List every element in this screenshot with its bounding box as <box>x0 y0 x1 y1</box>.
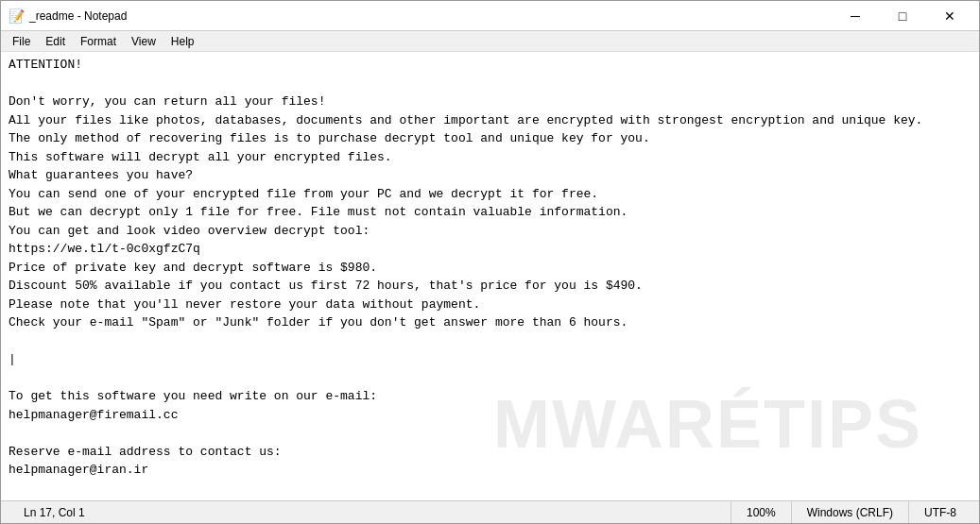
maximize-button[interactable]: □ <box>881 1 924 31</box>
notepad-icon: 📝 <box>9 8 25 24</box>
notepad-window: 📝 _readme - Notepad ─ □ ✕ File Edit Form… <box>0 0 980 524</box>
menu-format[interactable]: Format <box>73 33 124 50</box>
app-icon: 📝 <box>9 8 24 24</box>
text-editor[interactable] <box>1 52 979 500</box>
content-area: MWARÉTIPS <box>1 52 979 500</box>
window-title: _readme - Notepad <box>29 9 834 23</box>
title-bar: 📝 _readme - Notepad ─ □ ✕ <box>1 1 979 31</box>
menu-bar: File Edit Format View Help <box>1 31 979 52</box>
status-encoding: UTF-8 <box>909 501 971 523</box>
menu-help[interactable]: Help <box>163 33 202 50</box>
close-button[interactable]: ✕ <box>928 1 971 31</box>
status-position: Ln 17, Col 1 <box>9 501 731 523</box>
menu-file[interactable]: File <box>5 33 38 50</box>
status-zoom: 100% <box>731 501 792 523</box>
status-bar: Ln 17, Col 1 100% Windows (CRLF) UTF-8 <box>1 500 979 523</box>
minimize-button[interactable]: ─ <box>834 1 877 31</box>
menu-edit[interactable]: Edit <box>38 33 73 50</box>
status-line-ending: Windows (CRLF) <box>792 501 909 523</box>
menu-view[interactable]: View <box>124 33 163 50</box>
window-controls: ─ □ ✕ <box>834 1 971 31</box>
